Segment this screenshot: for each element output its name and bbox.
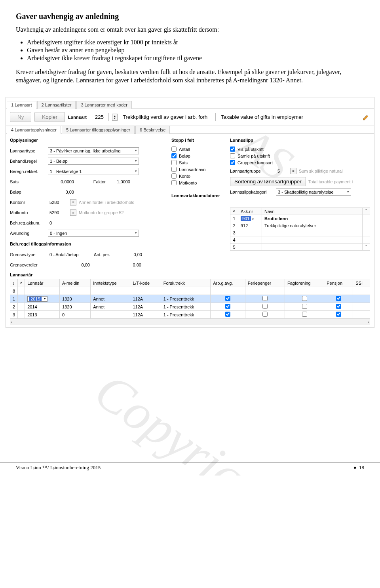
- tab-beskrivelse[interactable]: 6 Beskrivelse: [135, 126, 170, 134]
- motkonto-hint: Motkonto for gruppe 52: [79, 210, 124, 215]
- chk-samle-utskrift[interactable]: Samle på utskrift: [230, 153, 370, 158]
- scroll-right-icon[interactable]: ›: [368, 320, 369, 324]
- tab-tillegg[interactable]: 5 Lønnsarter tilleggsopplysninger: [62, 126, 135, 134]
- scroll-left-icon[interactable]: ‹: [11, 320, 12, 324]
- horizontal-scrollbar[interactable]: ‹ ›: [10, 319, 370, 325]
- chk-motkonto[interactable]: Motkonto: [171, 180, 223, 185]
- lonnsartgruppe-value: 5: [276, 168, 288, 174]
- subsection-heading: Beh.regel tilleggsinformasjon: [10, 242, 164, 246]
- table-row[interactable]: 8: [10, 287, 370, 295]
- chk-antall[interactable]: Antall: [171, 147, 223, 152]
- table-row[interactable]: 320130112A1 - Prosenttrekk: [10, 311, 370, 319]
- grensevtype-value: 0 - Antall/beløp: [48, 251, 91, 258]
- field-label: Avrunding: [10, 231, 46, 236]
- col-header[interactable]: Arb.g.avg.: [211, 279, 245, 287]
- belop-value: 0,00: [48, 189, 76, 195]
- motkonto-value: 5290: [48, 209, 68, 216]
- behandlregel-dropdown[interactable]: 1 - Beløp: [48, 158, 139, 165]
- tab-opplysninger[interactable]: 4 Lønnsartopplysninger: [7, 126, 61, 134]
- tab-lonnsart[interactable]: 1 Lønnsart: [7, 101, 36, 109]
- field-label: Beregn.rekkef.: [10, 169, 46, 174]
- table-row[interactable]: 3: [230, 229, 370, 236]
- chk-belop[interactable]: Beløp: [171, 153, 223, 158]
- chk-konto[interactable]: Konto: [171, 173, 223, 179]
- paperclip-icon[interactable]: 𝄎: [18, 279, 25, 287]
- new-button[interactable]: Ny: [10, 112, 31, 122]
- chk-vis-utskrift[interactable]: Vis på utskrift: [230, 147, 370, 152]
- scroll-up-icon[interactable]: ˄: [363, 208, 370, 215]
- table-row[interactable]: 4: [230, 236, 370, 244]
- beregnrekkef-dropdown[interactable]: 1 - Rekkefølge 1: [48, 168, 139, 175]
- col-navn: Navn: [262, 208, 363, 215]
- toolbar: Ny Kopier Lønnsart ▲▼: [6, 109, 374, 126]
- tabbar-secondary: 4 Lønnsartopplysninger 5 Lønnsarter till…: [6, 126, 374, 134]
- scroll-down-icon[interactable]: ˅: [363, 244, 370, 251]
- table-row[interactable]: 5˅: [230, 244, 370, 251]
- akkum-heading: Lønnsartakkumulatorer: [171, 193, 223, 198]
- lonnsslippkategori-dropdown[interactable]: 3 - Skattepliktig naturalytelse: [276, 188, 351, 196]
- table-row[interactable]: 120151320Annet112A1 - Prosenttrekk: [10, 295, 370, 303]
- grenseverdier-v2: 0,00: [123, 262, 143, 268]
- copy-button[interactable]: Kopier: [34, 112, 65, 122]
- lonnsart-number-input[interactable]: [90, 113, 109, 121]
- col-header[interactable]: A-meldin: [60, 279, 91, 287]
- col-header[interactable]: Forsk.trekk: [161, 279, 211, 287]
- sats-value: 0,0000: [48, 179, 76, 185]
- field-label: Kontonr: [10, 200, 46, 205]
- col-header[interactable]: Pensjon: [324, 279, 353, 287]
- field-label: Motkonto: [10, 210, 46, 215]
- akkumulator-table: 𝄎 Akk.nr Navn ˄ 1901 ▾Brutto lønn2912Tre…: [230, 207, 370, 251]
- tab-lonnsartlister[interactable]: 2 Lønnsartlister: [37, 101, 76, 109]
- lookup-icon[interactable]: ≡: [290, 168, 296, 174]
- lonnsart-desc-input[interactable]: [121, 113, 216, 121]
- tab-lonnsarter-med-koder[interactable]: 3 Lønnsarter med koder: [76, 101, 131, 109]
- grenseverdier-v1: 0,00: [48, 262, 91, 268]
- col-header[interactable]: SSI: [353, 279, 370, 287]
- col-header[interactable]: Fagforening: [285, 279, 324, 287]
- field-label: Grenseverdier: [10, 263, 46, 267]
- section-heading: Stopp i felt: [171, 138, 223, 143]
- field-label: Beløp: [10, 190, 46, 194]
- behregakkum-value: 0: [48, 220, 53, 226]
- tabbar-primary: 1 Lønnsart 2 Lønnsartlister 3 Lønnsarter…: [6, 101, 374, 109]
- antper-value: 0,00: [124, 251, 144, 258]
- doc-heading: Gaver uavhengig av anledning: [16, 12, 364, 21]
- faktor-value: 1,0000: [108, 179, 132, 185]
- lonnsart-desc-en-input[interactable]: [219, 113, 305, 121]
- chk-sats[interactable]: Sats: [171, 160, 223, 165]
- field-label: Lønnsarttype: [10, 148, 46, 153]
- col-header[interactable]: Lønnsår: [25, 279, 60, 287]
- kontonr-hint: Annen fordel i arbeidsforhold: [79, 200, 135, 205]
- table-row[interactable]: 2912Trekkpliktige naturalytelser: [230, 222, 370, 229]
- col-header[interactable]: Feriepenger: [245, 279, 285, 287]
- chk-gruppere[interactable]: Gruppere lønnsart: [230, 160, 370, 165]
- lookup-icon[interactable]: ≡: [70, 209, 76, 216]
- col-header[interactable]: L/T-kode: [130, 279, 161, 287]
- col-paperclip-icon: 𝄎: [230, 208, 238, 215]
- sort-icon[interactable]: ↕: [10, 279, 18, 287]
- sortering-button[interactable]: Sortering av lønnsartgrupper: [230, 177, 306, 186]
- lonnsartar-table: ↕𝄎LønnsårA-meldinInntektstypeL/T-kodeFor…: [10, 279, 370, 319]
- doc-paragraph: Krever arbeidsgiver fradrag for gaven, b…: [16, 68, 364, 85]
- lonnsarttype-dropdown[interactable]: 3 - Påvirker grunnlag, ikke utbetaling: [48, 147, 139, 154]
- lookup-icon[interactable]: ≡: [70, 199, 76, 206]
- field-label: Lønnsartgruppe: [230, 169, 274, 173]
- field-label: Behandl.regel: [10, 159, 46, 164]
- field-label: Sats: [10, 179, 46, 184]
- doc-bullet: Arbeidsgiver ikke krever fradrag i regns…: [27, 55, 364, 62]
- chk-lonnsartnavn[interactable]: Lønnsartnavn: [171, 167, 223, 172]
- field-label: Ant. per.: [94, 252, 122, 257]
- table-row[interactable]: 1901 ▾Brutto lønn: [230, 215, 370, 222]
- edit-icon[interactable]: [362, 113, 370, 121]
- lonnsartgruppe-hint: Sum sk.pliktige natural: [299, 169, 343, 173]
- section-heading: Opplysninger: [10, 138, 164, 143]
- spinner-icon[interactable]: ▲▼: [112, 114, 118, 121]
- page-footer: Visma Lønn ™/ Lønnsinnberetning 2015 ● 1…: [0, 462, 380, 476]
- avrunding-dropdown[interactable]: 0 - Ingen: [48, 230, 139, 237]
- lonnsart-label: Lønnsart: [68, 115, 87, 120]
- field-label: Grensev.type: [10, 252, 46, 257]
- section-heading: Lønnsartår: [6, 271, 374, 279]
- section-heading: Lønnsslipp: [230, 138, 370, 143]
- col-header[interactable]: Inntektstype: [91, 279, 130, 287]
- table-row[interactable]: 220141320Annet112A1 - Prosenttrekk: [10, 303, 370, 311]
